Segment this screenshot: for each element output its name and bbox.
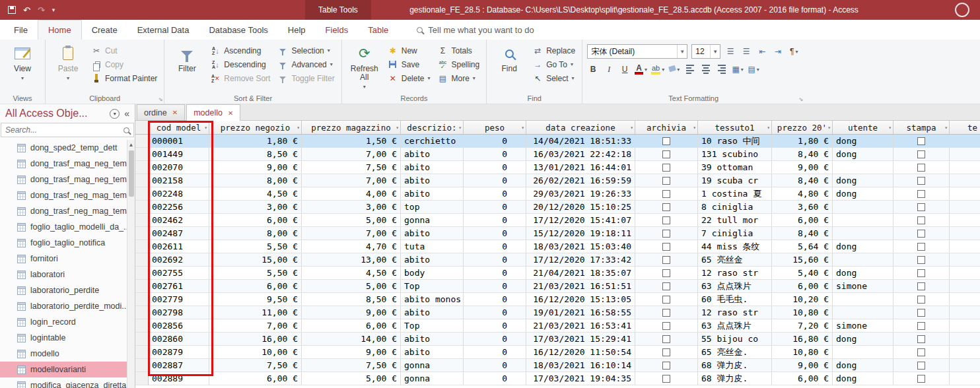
table-row[interactable]: 00286016,00 €14,00 €abito017/03/2021 15:…	[135, 333, 980, 346]
checkbox[interactable]	[917, 137, 925, 145]
cell-cod-model[interactable]: 002761	[149, 280, 209, 293]
cell-tessuto1[interactable]: 60 毛毛虫.	[698, 293, 772, 306]
totals-button[interactable]: ΣTotals	[435, 44, 481, 57]
cell-descrizio[interactable]: abito	[401, 161, 464, 174]
column-header-prezzo-20[interactable]: prezzo 20'▾	[772, 121, 833, 134]
cell-prezzo-magazzino[interactable]: 13,00 €	[302, 253, 401, 267]
cell-prezzo-negozio[interactable]: 8,00 €	[209, 227, 302, 240]
cell-cod-model[interactable]: 002158	[149, 174, 209, 187]
cell-archivia[interactable]	[635, 319, 698, 333]
text-direction-button[interactable]: ¶▾	[788, 45, 800, 58]
cell-prezzo-negozio[interactable]: 16,00 €	[209, 333, 302, 346]
italic-button[interactable]: I	[603, 63, 615, 76]
cell-data-creazione[interactable]: 18/03/2021 16:10:14	[526, 359, 635, 372]
cell-archivia[interactable]	[635, 135, 698, 148]
nav-item-laboratori[interactable]: laboratori	[0, 267, 135, 282]
cell-prezzo-negozio[interactable]: 5,50 €	[209, 240, 302, 253]
cell-te[interactable]	[950, 333, 980, 346]
doc-tab-ordine[interactable]: ordine ✕	[137, 104, 185, 120]
checkbox[interactable]	[662, 216, 670, 224]
cell-descrizio[interactable]: abito monos	[401, 293, 464, 306]
tab-create[interactable]: Create	[82, 20, 127, 40]
nav-item-foglio-taglio-notifica[interactable]: foglio_taglio_notifica	[0, 235, 135, 251]
font-name-dropdown-icon[interactable]: ▼	[677, 45, 687, 58]
row-selector[interactable]	[135, 293, 149, 306]
doc-tab-modello[interactable]: modello ✕	[186, 104, 240, 121]
cell-peso[interactable]: 0	[464, 280, 526, 293]
gridlines-button[interactable]: ▦▾	[732, 63, 744, 76]
column-header-tessuto1[interactable]: tessuto1▾	[698, 121, 772, 134]
cell-prezzo-negozio[interactable]: 6,00 €	[209, 372, 302, 385]
table-row[interactable]: 0020709,00 €7,50 €abito013/01/2021 16:44…	[135, 161, 980, 174]
select-button[interactable]: ↖Select▾	[530, 71, 577, 85]
row-selector[interactable]	[135, 240, 149, 253]
cell-peso[interactable]: 0	[464, 253, 526, 267]
table-row[interactable]: 0026115,50 €4,70 €tuta018/03/2021 15:03:…	[135, 240, 980, 253]
checkbox[interactable]	[917, 375, 925, 383]
cell-archivia[interactable]	[635, 253, 698, 267]
cell-archivia[interactable]	[635, 227, 698, 240]
cell-descrizio[interactable]: gonna	[401, 214, 464, 227]
cell-utente[interactable]: dong	[833, 148, 893, 161]
cell-stampa[interactable]	[893, 359, 950, 372]
nav-item-modello[interactable]: modello	[0, 346, 135, 362]
cell-stampa[interactable]	[893, 201, 950, 214]
row-selector[interactable]	[135, 201, 149, 214]
cell-tessuto1[interactable]: 65 亮丝金.	[698, 346, 772, 359]
undo-icon[interactable]: ↶	[23, 5, 30, 15]
checkbox[interactable]	[662, 177, 670, 185]
tab-external-data[interactable]: External Data	[127, 20, 199, 40]
cell-tessuto1[interactable]: 1 costina 夏	[698, 187, 772, 201]
filter-dropdown-icon[interactable]: ▾	[458, 125, 462, 131]
cell-prezzo-magazzino[interactable]: 5,00 €	[302, 372, 401, 385]
column-header-utente[interactable]: utente▾	[833, 121, 893, 134]
account-avatar[interactable]	[955, 3, 969, 17]
cell-peso[interactable]: 0	[464, 267, 526, 280]
cell-archivia[interactable]	[635, 359, 698, 372]
table-row[interactable]: 00279811,00 €9,00 €abito019/01/2021 16:5…	[135, 306, 980, 319]
save-record-button[interactable]: Save	[386, 57, 433, 71]
cell-prezzo-20[interactable]: 7,20 €	[772, 319, 833, 333]
row-selector[interactable]	[135, 214, 149, 227]
cell-utente[interactable]	[833, 306, 893, 319]
cell-stampa[interactable]	[893, 174, 950, 187]
cell-prezzo-negozio[interactable]: 15,00 €	[209, 253, 302, 267]
table-row[interactable]: 0022484,50 €4,00 €abito029/03/2021 19:26…	[135, 187, 980, 201]
cell-descrizio[interactable]: Top	[401, 280, 464, 293]
cell-data-creazione[interactable]: 29/03/2021 19:26:33	[526, 187, 635, 201]
filter-dropdown-icon[interactable]: ▾	[827, 125, 831, 131]
cell-tessuto1[interactable]: 68 弹力皮.	[698, 372, 772, 385]
table-row[interactable]: 0024878,00 €7,00 €abito015/12/2020 19:18…	[135, 227, 980, 240]
toggle-filter-button[interactable]: Toggle Filter	[275, 71, 336, 85]
cell-cod-model[interactable]: 002611	[149, 240, 209, 253]
column-header-prezzo-magazzino[interactable]: prezzo magazzino▾	[302, 121, 401, 134]
cell-stampa[interactable]	[893, 372, 950, 385]
cell-stampa[interactable]	[893, 161, 950, 174]
checkbox[interactable]	[917, 203, 925, 211]
checkbox[interactable]	[917, 177, 925, 185]
cell-prezzo-20[interactable]: 8,40 €	[772, 227, 833, 240]
checkbox[interactable]	[662, 296, 670, 304]
descending-button[interactable]: ZA↓Descending	[208, 57, 272, 71]
cell-prezzo-magazzino[interactable]: 9,00 €	[302, 346, 401, 359]
cell-te[interactable]	[950, 293, 980, 306]
table-row[interactable]: 0021588,00 €7,00 €abito026/02/2021 16:59…	[135, 174, 980, 187]
cell-descrizio[interactable]: Top	[401, 319, 464, 333]
format-painter-button[interactable]: Format Painter	[89, 71, 159, 85]
cell-archivia[interactable]	[635, 280, 698, 293]
checkbox[interactable]	[917, 150, 925, 158]
cell-prezzo-magazzino[interactable]: 6,00 €	[302, 319, 401, 333]
cell-archivia[interactable]	[635, 174, 698, 187]
tab-database-tools[interactable]: Database Tools	[199, 20, 277, 40]
cut-button[interactable]: ✂Cut	[89, 44, 159, 57]
filter-dropdown-icon[interactable]: ▾	[630, 125, 633, 131]
cell-prezzo-magazzino[interactable]: 1,50 €	[302, 135, 401, 148]
cell-stampa[interactable]	[893, 227, 950, 240]
cell-tessuto1[interactable]: 8 ciniglia	[698, 201, 772, 214]
paste-button[interactable]: Paste ▾	[50, 42, 86, 93]
cell-te[interactable]	[950, 174, 980, 187]
checkbox[interactable]	[662, 203, 670, 211]
cell-te[interactable]	[950, 240, 980, 253]
cell-archivia[interactable]	[635, 201, 698, 214]
cell-cod-model[interactable]: 002798	[149, 306, 209, 319]
